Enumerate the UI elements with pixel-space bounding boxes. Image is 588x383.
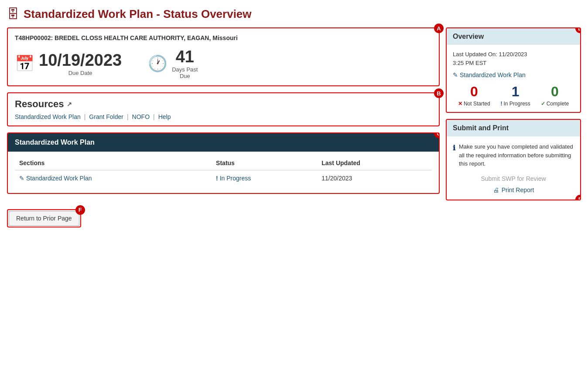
panel-c: C Standardized Work Plan Sections Status… — [7, 132, 440, 194]
col-status: Status — [212, 156, 317, 170]
days-past-value: 41 — [176, 47, 194, 66]
panel-d-header: Overview — [447, 28, 580, 45]
overview-last-updated: Last Updated On: 11/20/20233:25 PM EST — [453, 50, 574, 67]
resources-label: Resources — [15, 98, 64, 110]
count-not-started: 0 ✕ Not Started — [458, 84, 490, 107]
panel-b: B Resources ↗ Standardized Work Plan | G… — [7, 92, 440, 126]
printer-icon: 🖨 — [493, 186, 499, 193]
overview-counts: 0 ✕ Not Started 1 ! In Progress — [453, 84, 574, 107]
resource-link-nofo[interactable]: NOFO — [132, 113, 150, 120]
submit-swp-button: Submit SWP for Review — [453, 175, 574, 182]
resources-title: Resources ↗ — [15, 98, 432, 110]
panel-a: A T48HP00002: BREDEL CLOSS HEALTH CARE A… — [7, 27, 440, 86]
in-progress-label: ! In Progress — [500, 101, 530, 107]
exclaim-icon: ! — [216, 175, 218, 182]
badge-b: B — [434, 88, 444, 98]
due-date-block: 📅 10/19/2023 Due Date — [15, 51, 122, 76]
complete-label: ✓ Complete — [541, 101, 569, 107]
panel-d: D Overview Last Updated On: 11/20/20233:… — [446, 27, 581, 113]
days-past-group: 41 Days PastDue — [172, 47, 198, 79]
resources-links: Standardized Work Plan | Grant Folder | … — [15, 113, 432, 120]
panel-e-body: ℹ Make sure you have completed and valid… — [447, 136, 580, 200]
page-title: Standardized Work Plan - Status Overview — [24, 7, 252, 21]
resource-link-swp[interactable]: Standardized Work Plan — [15, 113, 81, 120]
panel-e: E Submit and Print ℹ Make sure you have … — [446, 119, 581, 200]
bottom-row: F Return to Prior Page — [7, 209, 581, 227]
table-row: ✎ Standardized Work Plan ! In Progress 1… — [15, 170, 432, 186]
exclaim-count-icon: ! — [500, 101, 502, 107]
resource-link-help[interactable]: Help — [158, 113, 171, 120]
col-last-updated: Last Updated — [317, 156, 432, 170]
count-in-progress: 1 ! In Progress — [500, 84, 530, 107]
grant-title: T48HP00002: BREDEL CLOSS HEALTH CARE AUT… — [15, 34, 432, 41]
print-report-link[interactable]: 🖨 Print Report — [453, 186, 574, 193]
info-icon: ℹ — [453, 143, 455, 153]
swp-table: Sections Status Last Updated ✎ Standardi… — [15, 156, 432, 186]
panel-d-body: Last Updated On: 11/20/20233:25 PM EST ✎… — [447, 45, 580, 112]
in-progress-number: 1 — [512, 84, 520, 100]
right-column: D Overview Last Updated On: 11/20/20233:… — [446, 27, 581, 200]
last-updated-value: 11/20/2023 — [317, 170, 432, 186]
col-sections: Sections — [15, 156, 212, 170]
not-started-label: ✕ Not Started — [458, 101, 490, 107]
edit-icon: ✎ — [19, 175, 24, 182]
sep-3: | — [153, 113, 155, 120]
badge-f: F — [75, 205, 85, 215]
external-link-icon: ↗ — [67, 101, 72, 108]
database-icon: 🗄 — [7, 7, 19, 21]
calendar-icon: 📅 — [15, 54, 34, 73]
check-icon: ✓ — [541, 101, 545, 107]
complete-number: 0 — [551, 84, 559, 100]
grant-dates: 📅 10/19/2023 Due Date 🕐 41 Days PastDue — [15, 47, 432, 79]
panel-e-header: Submit and Print — [447, 120, 580, 136]
clock-icon: 🕐 — [148, 54, 168, 73]
count-complete: 0 ✓ Complete — [541, 84, 569, 107]
x-icon: ✕ — [458, 101, 462, 107]
panel-c-header: Standardized Work Plan — [8, 133, 439, 152]
return-to-prior-page-button[interactable]: Return to Prior Page — [9, 211, 79, 226]
due-date-value: 10/19/2023 — [39, 51, 122, 70]
sep-2: | — [127, 113, 129, 120]
days-past-label: Days PastDue — [172, 66, 198, 79]
swp-section-link[interactable]: ✎ Standardized Work Plan — [19, 175, 92, 182]
due-date-label: Due Date — [68, 70, 92, 76]
panel-c-body: Sections Status Last Updated ✎ Standardi… — [8, 152, 439, 193]
page-title-row: 🗄 Standardized Work Plan - Status Overvi… — [7, 7, 581, 21]
main-layout: A T48HP00002: BREDEL CLOSS HEALTH CARE A… — [7, 27, 581, 200]
not-started-number: 0 — [470, 84, 478, 100]
overview-swp-link[interactable]: ✎ Standardized Work Plan — [453, 71, 574, 78]
days-past-block: 🕐 41 Days PastDue — [148, 47, 198, 79]
due-date-group: 10/19/2023 Due Date — [39, 51, 122, 76]
left-column: A T48HP00002: BREDEL CLOSS HEALTH CARE A… — [7, 27, 440, 194]
resource-link-grant-folder[interactable]: Grant Folder — [89, 113, 123, 120]
return-btn-wrapper: F Return to Prior Page — [7, 209, 81, 227]
sep-1: | — [84, 113, 86, 120]
submit-info-text: Make sure you have completed and validat… — [459, 142, 574, 168]
overview-edit-icon: ✎ — [453, 71, 458, 78]
status-value: ! In Progress — [216, 175, 251, 182]
submit-info: ℹ Make sure you have completed and valid… — [453, 142, 574, 168]
badge-a: A — [434, 24, 444, 33]
print-label: Print Report — [502, 186, 534, 193]
